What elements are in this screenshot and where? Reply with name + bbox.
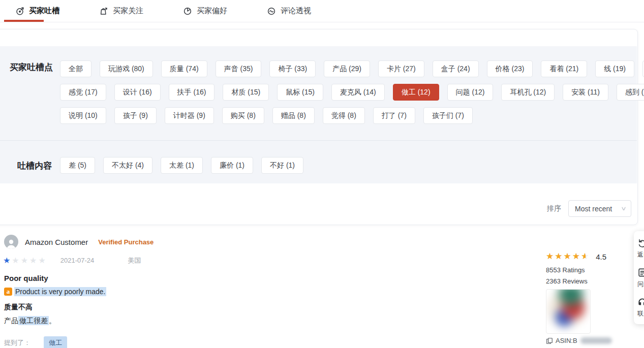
review-translated-title: 质量不高 xyxy=(4,303,512,312)
summary-rating-value: 4.5 xyxy=(596,252,606,261)
filter-chip[interactable]: 计时器 (9) xyxy=(165,107,214,124)
top-tabbar: 买家吐槽 买家关注 买家偏好 评论透视 xyxy=(0,0,644,22)
filter-chip[interactable]: 鼠标 (15) xyxy=(277,84,323,101)
filter-chip[interactable]: 觉得 (8) xyxy=(323,107,365,124)
review-date: 2021-07-24 xyxy=(60,257,95,264)
filter-chip[interactable]: 玩游戏 (80) xyxy=(100,60,153,77)
complaint-points-label: 买家吐槽点 xyxy=(10,61,53,73)
review-item: Amazon Customer Verified Purchase ★★★★★ … xyxy=(4,235,512,348)
pie-chart-icon xyxy=(183,7,192,16)
complaint-content-label: 吐槽内容 xyxy=(17,160,52,172)
filter-chip[interactable]: 孩子 (9) xyxy=(114,107,157,124)
review-title: Poor quality xyxy=(4,274,512,282)
filter-chip[interactable]: 产品 (29) xyxy=(324,60,370,77)
filter-chip[interactable]: 盒子 (24) xyxy=(433,60,479,77)
filter-chip[interactable]: 扶手 (16) xyxy=(169,84,215,101)
reviews-count: 2363 Reviews xyxy=(546,277,622,285)
summary-stars: ★★★★★★★★★★ xyxy=(546,251,590,262)
filter-chip[interactable]: 做工 (12) xyxy=(393,84,439,101)
review-translated-text: 产品做工很差。 xyxy=(4,317,512,326)
tab-buyer-complaints[interactable]: 买家吐槽 xyxy=(15,0,59,22)
return-arrow-icon xyxy=(637,238,644,248)
avatar xyxy=(4,235,18,249)
target-icon xyxy=(15,7,24,16)
amazon-icon: a xyxy=(4,288,12,296)
highlighted-phrase: 做工很差 xyxy=(18,316,49,325)
tab-buyer-focus[interactable]: 买家关注 xyxy=(99,0,143,22)
filter-chip[interactable]: 安装 (11) xyxy=(563,84,608,101)
filter-chip[interactable]: 廉价 (1) xyxy=(211,157,253,174)
tab-label: 评论透视 xyxy=(281,6,311,16)
product-summary: ★★★★★★★★★★ 4.5 8553 Ratings 2363 Reviews… xyxy=(546,251,622,348)
tab-review-insight[interactable]: 评论透视 xyxy=(267,0,311,22)
floating-item-label: 返回 xyxy=(637,250,644,259)
blurred-product-photo xyxy=(546,289,591,334)
filter-chip[interactable]: 感到 (11) xyxy=(617,84,644,101)
verified-purchase-badge: Verified Purchase xyxy=(98,238,154,246)
filter-chip[interactable]: 声音 (35) xyxy=(216,60,262,77)
bag-icon xyxy=(99,7,108,16)
floating-item-label: 联系 xyxy=(637,309,644,318)
asin-label: ASIN:B xyxy=(556,337,577,344)
copy-icon[interactable] xyxy=(546,337,553,344)
back-button[interactable]: 返回 xyxy=(637,238,644,259)
sort-row: 排序 Most recent ∨ xyxy=(547,200,631,217)
filter-chip[interactable]: 耳机孔 (12) xyxy=(501,84,555,101)
floating-item-label: 问题 xyxy=(637,280,644,289)
product-image[interactable] xyxy=(546,289,591,334)
review-country: 美国 xyxy=(128,256,141,265)
wave-circle-icon xyxy=(267,7,276,16)
filter-chip[interactable]: 孩子们 (7) xyxy=(423,107,473,124)
filter-chip[interactable]: 价格 (23) xyxy=(487,60,533,77)
review-original-text: Product is very poorly made. xyxy=(14,287,106,296)
ratings-count: 8553 Ratings xyxy=(546,266,622,274)
complaint-content-chips: 差 (5)不太好 (4)太差 (1)廉价 (1)不好 (1) xyxy=(60,157,617,174)
filter-chip[interactable]: 购买 (8) xyxy=(222,107,264,124)
filter-chip[interactable]: 看着 (21) xyxy=(541,60,587,77)
review-star-rating: ★★★★★ xyxy=(3,256,47,265)
filter-card: 买家吐槽点 全部玩游戏 (80)质量 (74)声音 (35)椅子 (33)产品 … xyxy=(0,29,638,225)
sort-label: 排序 xyxy=(547,204,561,213)
filter-chip[interactable]: 材质 (15) xyxy=(223,84,269,101)
filter-chip[interactable]: 差 (5) xyxy=(60,157,95,174)
filter-chip[interactable]: 麦克风 (14) xyxy=(331,84,385,101)
contact-button[interactable]: 联系 xyxy=(637,297,644,318)
filter-chip[interactable]: 椅子 (33) xyxy=(269,60,316,77)
filter-chip[interactable]: 卡片 (27) xyxy=(378,60,424,77)
complaint-points-chips: 全部玩游戏 (80)质量 (74)声音 (35)椅子 (33)产品 (29)卡片… xyxy=(60,60,617,124)
tab-label: 买家关注 xyxy=(113,6,143,16)
review-author: Amazon Customer xyxy=(25,238,88,246)
filter-chip[interactable]: 赠品 (8) xyxy=(272,107,315,124)
sort-selected-value: Most recent xyxy=(575,205,612,213)
tab-label: 买家偏好 xyxy=(197,6,227,16)
filter-chip[interactable]: 说明 (10) xyxy=(60,107,106,124)
mention-tag[interactable]: 做工 xyxy=(44,336,67,348)
floating-toolbar: 返回 问题 联系 xyxy=(634,231,644,324)
chevron-down-icon: ∨ xyxy=(621,205,627,212)
filter-chip[interactable]: 不太好 (4) xyxy=(103,157,152,174)
section-divider xyxy=(0,140,637,141)
tab-buyer-preference[interactable]: 买家偏好 xyxy=(183,0,227,22)
filter-chip[interactable]: 设计 (16) xyxy=(114,84,161,101)
feedback-button[interactable]: 问题 xyxy=(637,268,644,289)
document-icon xyxy=(637,268,644,277)
filter-chip[interactable]: 线 (19) xyxy=(595,60,634,77)
headset-icon xyxy=(637,297,644,307)
filter-chip[interactable]: 不好 (1) xyxy=(261,157,303,174)
filter-chip[interactable]: 问题 (12) xyxy=(447,84,494,101)
tab-label: 买家吐槽 xyxy=(29,6,59,16)
mentions-label: 提到了： xyxy=(4,338,30,347)
filter-chip[interactable]: 太差 (1) xyxy=(161,157,203,174)
filter-chip[interactable]: 质量 (74) xyxy=(161,60,207,77)
filter-panel: 买家吐槽点 全部玩游戏 (80)质量 (74)声音 (35)椅子 (33)产品 … xyxy=(0,46,637,183)
filter-chip[interactable]: 全部 xyxy=(60,60,91,77)
filter-chip[interactable]: 感觉 (17) xyxy=(60,84,106,101)
blurred-asin xyxy=(580,337,612,344)
sort-select[interactable]: Most recent ∨ xyxy=(568,200,631,217)
filter-chip[interactable]: 打了 (7) xyxy=(373,107,415,124)
